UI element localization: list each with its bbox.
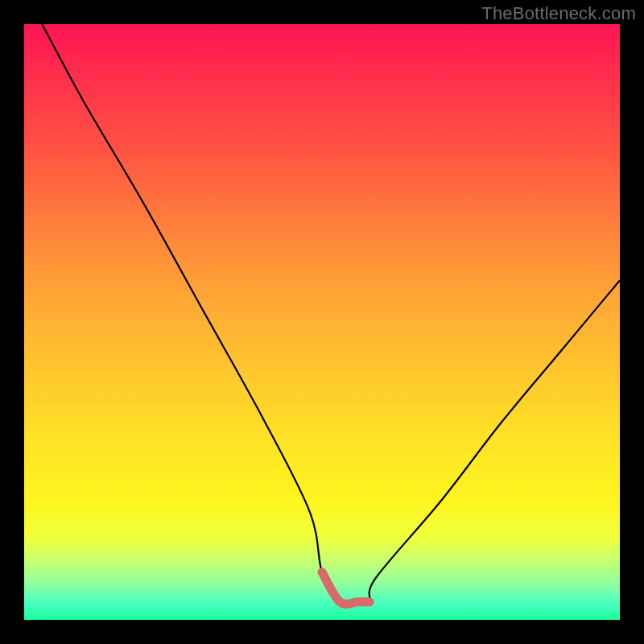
watermark-text: TheBottleneck.com [481,3,636,24]
curve-svg [24,24,620,620]
optimal-zone-path [322,572,369,605]
bottleneck-curve-path [42,24,620,605]
chart-frame: TheBottleneck.com [0,0,644,644]
plot-area [24,24,620,620]
